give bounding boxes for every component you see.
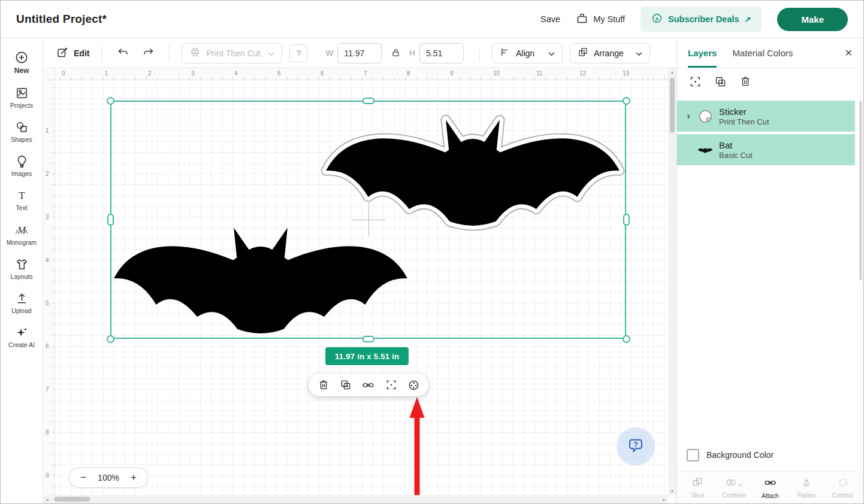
sidebar-item-upload[interactable]: Upload xyxy=(2,286,41,320)
duplicate-layer-button[interactable] xyxy=(713,74,727,89)
edit-label: Edit xyxy=(74,48,89,58)
tab-layers[interactable]: Layers xyxy=(688,38,717,68)
duplicate-button[interactable] xyxy=(337,376,355,394)
scroll-left-arrow[interactable]: ◄ xyxy=(45,497,49,502)
action-label: Attach xyxy=(762,493,778,499)
scroll-up-arrow[interactable]: ▲ xyxy=(670,70,675,74)
resize-handle-top-right[interactable] xyxy=(623,97,630,105)
chevron-down-icon xyxy=(268,48,274,58)
zoom-in-button[interactable]: + xyxy=(128,472,139,484)
redo-button[interactable] xyxy=(139,44,157,62)
my-stuff-icon xyxy=(576,12,588,26)
projects-icon xyxy=(15,86,29,100)
background-color-checkbox[interactable] xyxy=(687,449,699,462)
sidebar-item-create-ai[interactable]: Create AI xyxy=(2,320,41,354)
sidebar-item-label: Projects xyxy=(10,102,33,109)
background-color-label: Background Color xyxy=(706,450,774,460)
slice-button[interactable]: Slice xyxy=(681,476,714,499)
attach-button[interactable]: Attach xyxy=(754,476,786,499)
attach-icon xyxy=(764,476,777,491)
top-bar-actions: Save My Stuff a Subscriber Deals ↗ Make xyxy=(540,7,848,32)
horizontal-scroll-thumb[interactable] xyxy=(54,497,90,502)
ruler-number: 5 xyxy=(277,70,281,77)
chevron-down-icon xyxy=(738,478,743,489)
help-button[interactable]: ? xyxy=(620,431,651,462)
layer-row-bat[interactable]: Bat Basic Cut xyxy=(677,134,855,165)
attach-link-button[interactable] xyxy=(360,376,377,394)
undo-button[interactable] xyxy=(114,44,132,62)
make-button[interactable]: Make xyxy=(777,8,848,31)
scroll-down-arrow[interactable]: ▼ xyxy=(670,489,675,493)
sidebar-item-label: New xyxy=(14,66,29,75)
ruler-number: 6 xyxy=(321,70,324,77)
my-stuff-button[interactable]: My Stuff xyxy=(576,12,625,26)
delete-button[interactable] xyxy=(315,376,333,394)
flatten-button[interactable]: Flatten xyxy=(790,476,823,499)
resize-handle-bottom-right[interactable] xyxy=(623,335,630,343)
sidebar-item-projects[interactable]: Projects xyxy=(2,80,41,114)
layer-name: Sticker xyxy=(719,107,769,117)
sidebar-item-label: Images xyxy=(11,170,32,177)
vertical-scroll-thumb[interactable] xyxy=(670,78,675,133)
contour-button[interactable]: Contour xyxy=(827,476,859,499)
height-input[interactable] xyxy=(419,43,464,63)
sidebar-item-label: Text xyxy=(16,204,27,211)
expand-chevron-icon[interactable]: › xyxy=(682,110,695,122)
combine-button[interactable]: Combine xyxy=(718,476,750,499)
resize-handle-right-mid[interactable] xyxy=(623,214,630,226)
zoom-out-button[interactable]: − xyxy=(78,472,89,484)
sidebar-item-shapes[interactable]: Shapes xyxy=(2,114,41,148)
save-button[interactable]: Save xyxy=(540,14,560,24)
color-sync-palette-button[interactable] xyxy=(404,376,422,394)
delete-layer-button[interactable] xyxy=(738,74,753,89)
svg-text:a: a xyxy=(655,16,658,22)
sidebar-item-text[interactable]: T Text xyxy=(2,183,41,217)
ruler-number: 1 xyxy=(105,70,108,77)
ruler-number: 4 xyxy=(234,70,238,77)
tab-material-colors[interactable]: Material Colors xyxy=(732,38,793,68)
sidebar-item-label: Shapes xyxy=(11,136,32,143)
select-all-button[interactable] xyxy=(382,376,400,394)
edit-button[interactable]: Edit xyxy=(56,46,89,60)
top-bar: Untitled Project* Save My Stuff a Subscr… xyxy=(1,1,863,38)
width-input[interactable] xyxy=(337,43,382,63)
ruler-number: 7 xyxy=(364,70,367,77)
resize-handle-top-left[interactable] xyxy=(107,97,114,105)
bat-basic-shape[interactable] xyxy=(108,207,413,344)
panel-scroll-thumb[interactable] xyxy=(859,101,862,280)
panel-scrollbar[interactable] xyxy=(859,38,863,503)
sidebar-item-new[interactable]: New xyxy=(2,44,41,80)
ruler-number: 4 xyxy=(46,257,49,263)
ruler-number: 9 xyxy=(450,70,454,77)
resize-handle-bottom-mid[interactable] xyxy=(362,336,374,342)
resize-handle-left-mid[interactable] xyxy=(107,214,114,226)
sidebar-item-layouts[interactable]: Layouts xyxy=(2,251,41,286)
resize-handle-top-mid[interactable] xyxy=(362,98,374,104)
ruler-number: 8 xyxy=(407,70,410,77)
subscriber-deals-button[interactable]: a Subscriber Deals ↗ xyxy=(641,7,762,32)
horizontal-ruler: 0 1 2 3 4 5 6 7 8 9 10 11 12 13 xyxy=(55,68,676,80)
linetype-help-button[interactable]: ? xyxy=(289,44,307,62)
zoom-level[interactable]: 100% xyxy=(98,473,119,482)
linetype-dropdown[interactable]: Print Then Cut xyxy=(182,43,282,63)
sidebar-item-images[interactable]: Images xyxy=(2,148,41,183)
vertical-scrollbar[interactable]: ▲ ▼ xyxy=(668,68,676,495)
ruler-number: 1 xyxy=(46,127,49,134)
close-icon[interactable]: ✕ xyxy=(845,38,853,68)
scroll-right-arrow[interactable]: ► xyxy=(662,497,666,502)
design-canvas[interactable]: 0 1 2 3 4 5 6 7 8 9 10 11 12 13 1 xyxy=(43,68,676,503)
layer-row-sticker[interactable]: › Sticker Print Then Cut xyxy=(677,101,855,132)
edit-toolbar: Edit Print Then Cut ? xyxy=(43,38,676,68)
resize-handle-bottom-left[interactable] xyxy=(107,335,114,343)
sidebar-item-monogram[interactable]: M Monogram xyxy=(2,217,41,251)
ruler-number: 5 xyxy=(46,300,49,306)
select-all-layers-button[interactable] xyxy=(688,74,702,89)
combine-icon xyxy=(725,476,737,491)
arrange-icon xyxy=(578,47,588,59)
divider xyxy=(169,45,170,61)
horizontal-scrollbar[interactable]: ◄ ► xyxy=(43,495,668,503)
align-dropdown[interactable]: Align xyxy=(492,43,563,63)
lock-aspect-icon[interactable] xyxy=(389,44,402,62)
project-title[interactable]: Untitled Project* xyxy=(16,13,107,26)
arrange-dropdown[interactable]: Arrange xyxy=(570,43,650,63)
